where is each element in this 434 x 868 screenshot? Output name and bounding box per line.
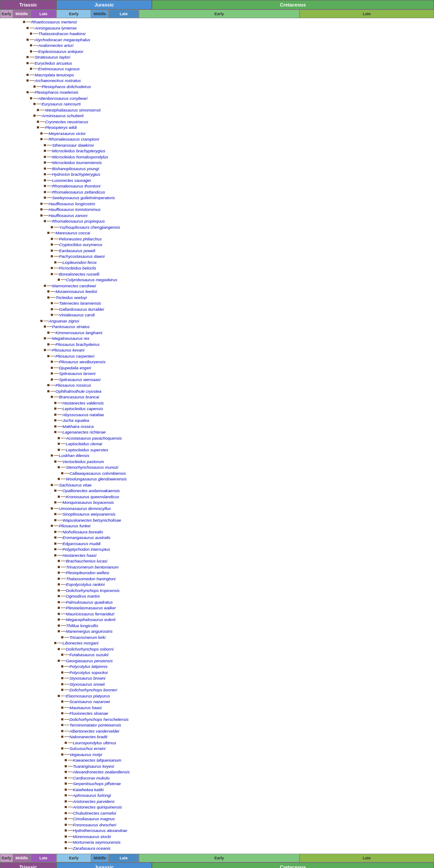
branch-line: [57, 555, 62, 556]
list-item: Styxosaurus browni: [2, 675, 432, 681]
branch-line: [61, 450, 66, 450]
species-name: Makhaira rossica: [62, 424, 94, 430]
branch-node: [58, 601, 60, 603]
list-item: Eretmosaurus rugosus: [2, 66, 432, 72]
species-name: Chubutinectes carmeloi: [73, 810, 116, 816]
branch-line: [33, 45, 38, 46]
list-item: Hauffiosaurus longirostris: [2, 201, 432, 207]
branch-node: [61, 747, 63, 750]
branch-line: [54, 268, 59, 268]
branch-node: [44, 161, 46, 164]
bottom-epoch-jurassic-late: Late: [108, 854, 139, 862]
species-name: Pliosaurus rossicus: [56, 382, 91, 388]
species-name: Rhaeticosaurus mertensi: [31, 19, 77, 25]
branch-node: [23, 21, 25, 23]
branch-node: [26, 62, 29, 64]
species-name: Sulcusuchus erraini: [69, 746, 105, 752]
branch-line: [61, 438, 66, 438]
species-name: Morenosaurus stocki: [73, 834, 111, 840]
list-item: Borealonectes russelli: [2, 271, 432, 277]
list-item: Rhomaleosaurus cramptoni: [2, 136, 432, 142]
species-name: Megalneusaurus rex: [52, 335, 89, 342]
cretaceous-period-bar: Cretaceous: [152, 0, 434, 10]
branch-line: [50, 291, 56, 292]
species-name: Eoplesiosaurus antiquior: [38, 49, 83, 55]
branch-line: [47, 197, 52, 198]
branch-line: [54, 526, 59, 526]
list-item: Leurospondylus ultimus: [2, 740, 432, 746]
branch-line: [57, 461, 62, 462]
bottom-epoch-cretaceous-late: Late: [299, 854, 434, 862]
list-item: Ophthalmothule cryostea: [2, 388, 432, 395]
species-name: Tatenectes laramiensis: [59, 300, 101, 306]
branch-node: [65, 794, 67, 796]
list-item: Sthenarosaur dawkinsi: [2, 142, 432, 148]
branch-line: [61, 479, 66, 479]
branch-node: [47, 232, 49, 234]
bottom-epoch-jurassic-early: Early: [56, 854, 91, 862]
branch-node: [44, 220, 46, 222]
branch-node: [44, 349, 46, 351]
list-item: Hastanectes haasi: [2, 552, 432, 559]
branch-line: [57, 537, 62, 538]
branch-line: [30, 75, 35, 75]
list-item: Fluvionectes sloanae: [2, 710, 432, 717]
list-item: Futabasaurus suzukii: [2, 652, 432, 658]
branch-node: [61, 736, 63, 738]
list-item: Hauffiosaurus zanoni: [2, 213, 432, 219]
branch-node: [54, 513, 56, 515]
branch-line: [30, 28, 35, 28]
branch-node: [61, 683, 63, 685]
branch-line: [40, 110, 45, 110]
branch-line: [47, 221, 52, 221]
branch-node: [37, 121, 39, 123]
list-item: Lusonectes sauvagei: [2, 178, 432, 184]
species-name: Rhomaleosaurus thorntoni: [52, 183, 100, 189]
list-item: Thalassiodracon hawkinsi: [2, 31, 432, 37]
branch-node: [65, 818, 67, 820]
list-item: Plesioelasmasaurus walker: [2, 605, 432, 611]
species-name: Hauffiosaurus zanoni: [49, 213, 87, 219]
list-item: Fresnosaurus drescheri: [2, 822, 432, 828]
branch-line: [43, 209, 49, 210]
branch-node: [61, 700, 63, 703]
branch-line: [54, 368, 59, 368]
species-name: Jucha squalea: [62, 418, 89, 424]
branch-node: [58, 279, 60, 281]
list-item: Callawayasaurus colombiensis: [2, 470, 432, 477]
branch-node: [58, 695, 60, 697]
branch-node: [26, 74, 29, 76]
branch-line: [50, 332, 56, 333]
species-name: Arminisaurus schuberti: [42, 113, 84, 119]
species-name: Microcleidus tournemiensis: [52, 160, 102, 166]
species-name: Cryptoclidus eurymerus: [59, 242, 102, 248]
branch-line: [61, 649, 66, 649]
list-item: Aphrosaurus furlongi: [2, 792, 432, 799]
species-name: Opallionectes andamoakaensis: [62, 488, 120, 494]
species-name: Cardiocorax mukulu: [73, 775, 109, 781]
branch-node: [51, 378, 53, 381]
bottom-epoch-triassic-late: Late: [30, 854, 56, 862]
branch-node: [58, 607, 60, 609]
bottom-epoch-jurassic-middle: Middle: [91, 854, 108, 862]
list-item: Plesiopterys wildi: [2, 125, 432, 131]
branch-node: [26, 39, 29, 41]
list-item: Tuarangisaurus keyesi: [2, 763, 432, 769]
branch-line: [30, 63, 35, 63]
branch-node: [61, 712, 63, 714]
list-item: Rhomaleosaurus propinquus: [2, 218, 432, 224]
species-name: Stratesaurus taylori: [35, 54, 70, 60]
list-item: Archaeonectrus rostratus: [2, 78, 432, 84]
branch-node: [58, 560, 60, 562]
branch-node: [54, 425, 56, 427]
species-name: Eardasaurus poweli: [59, 248, 95, 254]
list-item: Polycotylus latipinnis: [2, 664, 432, 670]
branch-node: [40, 214, 43, 217]
species-name: Aristonectes parvidens: [73, 799, 115, 805]
species-name: Dolichorhynchops herschelensis: [69, 717, 128, 723]
branch-line: [57, 414, 62, 415]
list-item: Chubutinectes carmeloi: [2, 810, 432, 816]
list-item: Avalonnectes arturi: [2, 43, 432, 49]
list-item: Mauriciosaurus fernandezi: [2, 611, 432, 617]
branch-node: [65, 812, 67, 814]
